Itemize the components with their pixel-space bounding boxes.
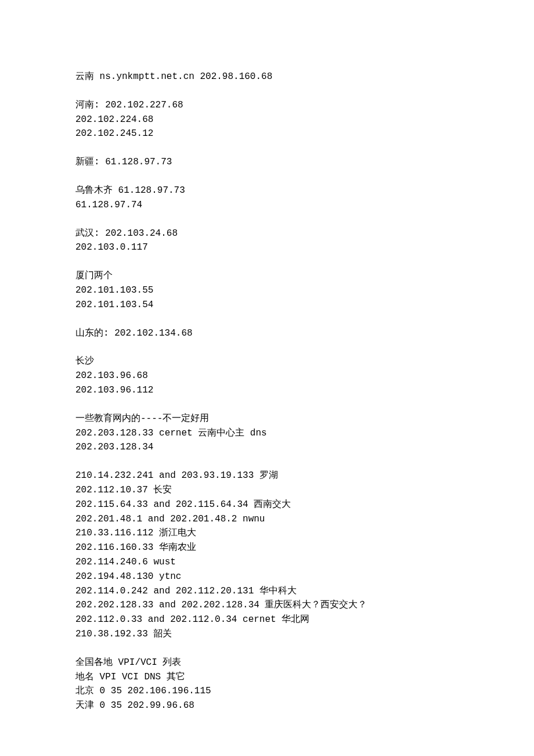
text-line: 210.38.192.33 韶关 xyxy=(75,627,459,642)
text-line: 山东的: 202.102.134.68 xyxy=(75,326,459,341)
text-line: 乌鲁木齐 61.128.97.73 xyxy=(75,183,459,198)
text-line: 202.101.103.55 xyxy=(75,283,459,298)
text-line: 202.202.128.33 and 202.202.128.34 重庆医科大？… xyxy=(75,598,459,613)
text-block: 乌鲁木齐 61.128.97.7361.128.97.74 xyxy=(75,183,459,213)
text-line: 202.103.0.117 xyxy=(75,240,459,255)
text-line: 202.203.128.33 cernet 云南中心主 dns xyxy=(75,426,459,441)
text-block: 一些教育网内的----不一定好用202.203.128.33 cernet 云南… xyxy=(75,412,459,455)
text-line: 武汉: 202.103.24.68 xyxy=(75,226,459,241)
text-line: 一些教育网内的----不一定好用 xyxy=(75,412,459,426)
text-line: 云南 ns.ynkmptt.net.cn 202.98.160.68 xyxy=(75,70,459,84)
text-line: 202.114.0.242 and 202.112.20.131 华中科大 xyxy=(75,584,459,599)
text-block: 厦门两个202.101.103.55202.101.103.54 xyxy=(75,269,459,312)
text-block: 山东的: 202.102.134.68 xyxy=(75,326,459,341)
text-line: 长沙 xyxy=(75,354,459,369)
text-line: 202.116.160.33 华南农业 xyxy=(75,541,459,555)
text-block: 新疆: 61.128.97.73 xyxy=(75,155,459,170)
text-line: 202.103.96.68 xyxy=(75,369,459,383)
text-line: 天津 0 35 202.99.96.68 xyxy=(75,699,459,713)
text-line: 202.112.0.33 and 202.112.0.34 cernet 华北网 xyxy=(75,613,459,627)
text-line: 新疆: 61.128.97.73 xyxy=(75,155,459,170)
text-line: 全国各地 VPI/VCI 列表 xyxy=(75,656,459,670)
text-line: 202.114.240.6 wust xyxy=(75,555,459,570)
text-line: 202.103.96.112 xyxy=(75,383,459,398)
text-line: 厦门两个 xyxy=(75,269,459,283)
text-line: 210.14.232.241 and 203.93.19.133 罗湖 xyxy=(75,469,459,483)
text-block: 云南 ns.ynkmptt.net.cn 202.98.160.68 xyxy=(75,70,459,84)
text-line: 210.33.116.112 浙江电大 xyxy=(75,526,459,541)
text-line: 北京 0 35 202.106.196.115 xyxy=(75,684,459,699)
text-block: 长沙202.103.96.68202.103.96.112 xyxy=(75,354,459,397)
text-line: 202.115.64.33 and 202.115.64.34 西南交大 xyxy=(75,498,459,512)
text-line: 202.194.48.130 ytnc xyxy=(75,570,459,584)
text-line: 河南: 202.102.227.68 xyxy=(75,98,459,113)
text-line: 202.101.103.54 xyxy=(75,298,459,312)
text-line: 202.112.10.37 长安 xyxy=(75,483,459,498)
text-line: 202.102.224.68 xyxy=(75,113,459,127)
text-block: 武汉: 202.103.24.68202.103.0.117 xyxy=(75,226,459,255)
text-line: 202.201.48.1 and 202.201.48.2 nwnu xyxy=(75,512,459,527)
text-line: 地名 VPI VCI DNS 其它 xyxy=(75,670,459,685)
document-page: 云南 ns.ynkmptt.net.cn 202.98.160.68河南: 20… xyxy=(0,0,534,756)
document-content: 云南 ns.ynkmptt.net.cn 202.98.160.68河南: 20… xyxy=(75,70,459,713)
text-block: 河南: 202.102.227.68202.102.224.68202.102.… xyxy=(75,98,459,141)
text-block: 全国各地 VPI/VCI 列表地名 VPI VCI DNS 其它北京 0 35 … xyxy=(75,656,459,713)
text-line: 202.102.245.12 xyxy=(75,127,459,141)
text-block: 210.14.232.241 and 203.93.19.133 罗湖202.1… xyxy=(75,469,459,642)
text-line: 61.128.97.74 xyxy=(75,198,459,213)
text-line: 202.203.128.34 xyxy=(75,440,459,455)
